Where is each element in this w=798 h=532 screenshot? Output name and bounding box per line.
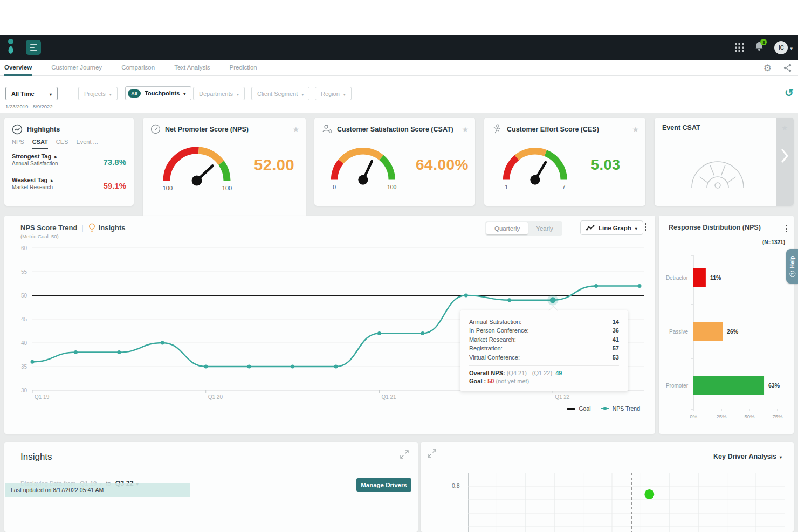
legend-goal[interactable]: Goal: [567, 405, 590, 412]
svg-text:0: 0: [333, 184, 336, 190]
time-filter-value: All Time: [11, 91, 35, 97]
highlights-tab-ces[interactable]: CES: [56, 139, 68, 149]
highlights-tab-event[interactable]: Event ...: [76, 139, 98, 149]
divider: [77, 223, 87, 232]
chevron-down-icon: [183, 90, 185, 96]
nps-trend-panel: NPS Score Trend Insights (Metric Goal: 5…: [4, 216, 655, 434]
manage-drivers-button[interactable]: Manage Drivers: [356, 478, 411, 492]
notifications-bell[interactable]: 8: [755, 42, 763, 53]
legend-nps-trend[interactable]: NPS Trend: [601, 405, 640, 412]
favorite-star-icon[interactable]: [462, 125, 469, 134]
expand-icon[interactable]: [427, 448, 437, 458]
top-navbar: 8 IC: [0, 35, 798, 60]
highlights-tab-nps[interactable]: NPS: [12, 139, 24, 149]
weakest-tag-label: Weakest Tag: [12, 177, 47, 183]
tooltip-label: In-Person Conference:: [469, 327, 529, 334]
toggle-quarterly[interactable]: Quarterly: [486, 222, 528, 234]
favorite-star-icon[interactable]: [292, 125, 299, 134]
tab-comparison[interactable]: Comparison: [121, 60, 155, 76]
app-menu-button[interactable]: [26, 40, 41, 55]
all-badge: All: [128, 89, 141, 98]
projects-filter-dropdown[interactable]: Projects: [78, 87, 118, 100]
key-driver-analysis-panel: Key Driver Analysis 0.8: [421, 442, 794, 532]
goal-label: Goal :: [469, 378, 486, 384]
tooltip-value: 41: [613, 336, 619, 343]
lightbulb-icon: [88, 223, 96, 232]
chart-type-dropdown[interactable]: Line Graph: [580, 220, 643, 235]
help-tab[interactable]: Help: [786, 249, 798, 284]
carousel-next-strip[interactable]: [776, 118, 794, 206]
csat-gauge-card[interactable]: Customer Satisfaction Score (CSAT) 0100 …: [314, 118, 475, 206]
insights-link[interactable]: Insights: [99, 224, 126, 232]
dashboard-tab-bar: Overview Customer Journey Comparison Tex…: [0, 60, 798, 76]
svg-text:1: 1: [505, 184, 508, 190]
projects-filter-label: Projects: [84, 91, 106, 97]
overall-nps-period: (Q4 21) - (Q1 22):: [507, 370, 554, 376]
tab-text-analysis[interactable]: Text Analysis: [174, 60, 210, 76]
notification-count-badge: 8: [760, 39, 767, 45]
kda-scatter-chart[interactable]: [468, 473, 785, 532]
nps-gauge-card[interactable]: Net Promoter Score (NPS) -100100 52.00: [143, 118, 306, 206]
svg-text:Q1 21: Q1 21: [381, 394, 396, 400]
chart-legend: Goal NPS Trend: [567, 405, 640, 412]
gauge-icon: [150, 124, 161, 134]
favorite-star-icon[interactable]: [781, 123, 788, 133]
departments-filter-dropdown[interactable]: Departments: [193, 87, 245, 100]
chevron-right-icon: [781, 149, 789, 163]
highlights-tab-csat[interactable]: CSAT: [32, 139, 48, 149]
chevron-down-icon: [790, 43, 793, 52]
refresh-icon[interactable]: [785, 86, 794, 99]
goal-note: (not yet met): [496, 378, 529, 384]
response-panel-menu-icon[interactable]: [783, 223, 789, 234]
line-chart-icon: [586, 225, 595, 231]
response-distribution-bar-chart[interactable]: Detractor11%Passive26%Promoter63%0%25%50…: [660, 246, 793, 427]
region-filter-dropdown[interactable]: Region: [315, 87, 352, 100]
account-menu[interactable]: IC: [774, 41, 793, 54]
svg-text:75%: 75%: [772, 413, 783, 419]
share-icon[interactable]: [783, 64, 792, 72]
apps-grid-icon[interactable]: [735, 43, 744, 52]
menu-line-icon: [30, 50, 37, 51]
placeholder-gauge-icon: [688, 152, 747, 190]
chevron-down-icon: [50, 91, 52, 97]
tooltip-value: 14: [613, 319, 619, 325]
trend-line-swatch: [601, 408, 609, 409]
sample-size-label: (N=1321): [762, 239, 785, 245]
trend-panel-menu-icon[interactable]: [643, 221, 649, 233]
csat-gauge-chart: 0100: [324, 137, 410, 192]
weakest-tag-name: Market Research: [12, 184, 53, 190]
time-filter-dropdown[interactable]: All Time: [5, 87, 58, 100]
csat-card-title: Customer Satisfaction Score (CSAT): [337, 126, 453, 133]
svg-text:Passive: Passive: [669, 329, 688, 335]
favorite-star-icon[interactable]: [632, 125, 639, 134]
tab-overview[interactable]: Overview: [4, 60, 32, 76]
chart-type-value: Line Graph: [598, 225, 631, 231]
expand-icon[interactable]: [400, 450, 409, 459]
chart-tooltip: Annual Satisfaction:14 In-Person Confere…: [460, 310, 628, 391]
svg-text:63%: 63%: [768, 382, 780, 389]
chevron-down-icon: [635, 225, 637, 231]
svg-text:11%: 11%: [710, 274, 721, 281]
toggle-yearly[interactable]: Yearly: [528, 222, 561, 234]
tab-prediction[interactable]: Prediction: [230, 60, 257, 76]
svg-text:Q1 19: Q1 19: [35, 394, 50, 400]
expand-right-icon[interactable]: [51, 177, 53, 183]
event-csat-card[interactable]: Event CSAT: [655, 118, 794, 206]
client-segment-filter-label: Client Segment: [257, 91, 298, 97]
person-effort-icon: [492, 124, 503, 134]
highlights-trend-icon: [12, 124, 23, 135]
tab-customer-journey[interactable]: Customer Journey: [51, 60, 102, 76]
svg-text:50: 50: [21, 293, 27, 299]
last-updated-tooltip: Last updated on 8/17/2022 05:41 AM: [5, 483, 190, 497]
menu-line-icon: [30, 44, 37, 45]
ces-gauge-card[interactable]: Customer Effort Score (CES) 17 5.03: [484, 118, 645, 206]
touchpoints-filter-dropdown[interactable]: All Touchpoints: [125, 86, 191, 100]
ces-card-title: Customer Effort Score (CES): [507, 126, 599, 133]
settings-gear-icon[interactable]: [763, 63, 772, 74]
ces-gauge-chart: 17: [496, 137, 582, 192]
highlights-title: Highlights: [27, 126, 60, 133]
svg-text:100: 100: [387, 184, 397, 190]
expand-right-icon[interactable]: [54, 153, 57, 160]
client-segment-filter-dropdown[interactable]: Client Segment: [251, 87, 309, 100]
kda-title-dropdown[interactable]: Key Driver Analysis: [713, 453, 782, 460]
